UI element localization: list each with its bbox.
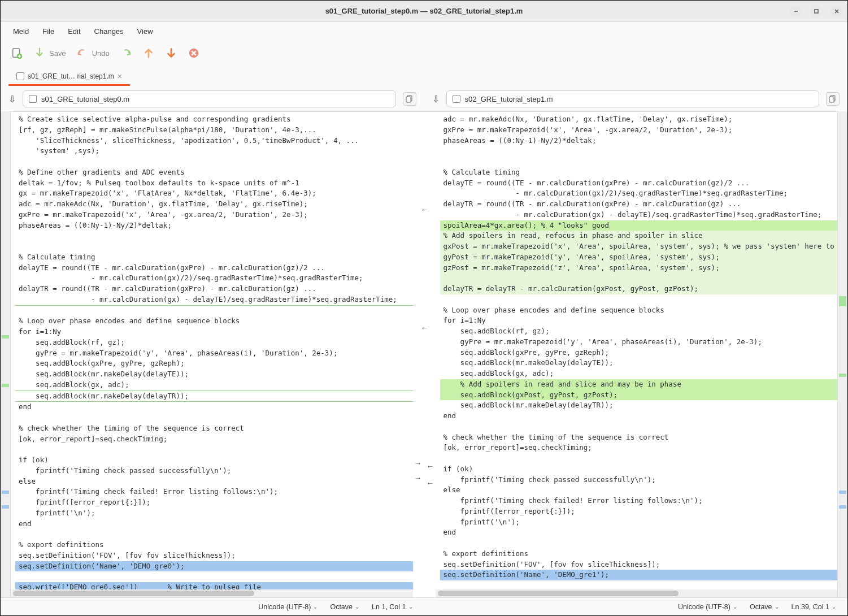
left-code-pane[interactable]: % Create slice selective alpha-pulse and… bbox=[11, 111, 413, 597]
right-encoding-selector[interactable]: Unicode (UTF-8)⌄ bbox=[678, 603, 737, 611]
menu-meld[interactable]: Meld bbox=[7, 25, 34, 38]
code-line[interactable]: seq.addBlock(gxPre, gyPre, gzReph); bbox=[15, 358, 413, 369]
code-line[interactable]: end bbox=[440, 527, 838, 538]
code-line[interactable]: fprintf('Timing check failed! Error list… bbox=[15, 487, 413, 497]
code-line[interactable]: delayTR = round((TR - mr.calcDuration(gx… bbox=[440, 199, 838, 210]
next-change-button[interactable] bbox=[165, 47, 177, 59]
code-line[interactable]: % check whether the timing of the sequen… bbox=[440, 432, 838, 443]
left-copy-button[interactable] bbox=[403, 92, 416, 106]
minimize-button[interactable] bbox=[790, 5, 802, 18]
code-line[interactable]: gyPre = mr.makeTrapezoid('y', 'Area', ph… bbox=[15, 348, 413, 359]
code-line[interactable]: [ok, error_report]=seq.checkTiming; bbox=[440, 443, 838, 453]
code-line[interactable]: spoilArea=4*gx.area(); % 4 "looks" good bbox=[440, 220, 838, 231]
code-line[interactable] bbox=[15, 305, 413, 316]
menu-file[interactable]: File bbox=[37, 25, 60, 38]
menu-view[interactable]: View bbox=[132, 25, 159, 38]
save-button[interactable]: Save bbox=[33, 47, 66, 59]
code-line[interactable]: end bbox=[440, 411, 838, 422]
code-line[interactable] bbox=[440, 422, 838, 432]
left-h-scrollbar[interactable] bbox=[11, 589, 413, 597]
code-line[interactable]: else bbox=[440, 485, 838, 496]
code-line[interactable]: end bbox=[15, 402, 413, 413]
code-line[interactable]: % export definitions bbox=[440, 549, 838, 559]
code-line[interactable]: gxPre = mr.makeTrapezoid('x', 'Area', -g… bbox=[440, 125, 838, 136]
code-line[interactable]: if (ok) bbox=[440, 464, 838, 475]
code-line[interactable]: % export definitions bbox=[15, 540, 413, 550]
code-line[interactable] bbox=[440, 294, 838, 305]
code-line[interactable]: seq.addBlock(gx, adc); bbox=[15, 380, 413, 391]
code-line[interactable]: delayTE = round((TE - mr.calcDuration(gx… bbox=[15, 263, 413, 274]
left-lang-selector[interactable]: Octave⌄ bbox=[330, 603, 359, 611]
code-line[interactable]: for i=1:Ny bbox=[15, 327, 413, 337]
code-line[interactable]: % Add spoilers in read, refocus in phase… bbox=[440, 231, 838, 241]
prev-change-button[interactable] bbox=[142, 47, 155, 59]
code-line[interactable]: gx = mr.makeTrapezoid('x', 'FlatArea', N… bbox=[15, 188, 413, 199]
code-line[interactable]: gyPre = mr.makeTrapezoid('y', 'Area', ph… bbox=[440, 337, 838, 348]
code-line[interactable]: delayTR = delayTR - mr.calcDuration(gxPo… bbox=[440, 284, 838, 294]
right-overview-gutter[interactable] bbox=[837, 111, 847, 597]
menu-changes[interactable]: Changes bbox=[89, 25, 129, 38]
code-line[interactable]: fprintf([error_report{:}]); bbox=[15, 497, 413, 508]
tab-close-button[interactable]: × bbox=[118, 72, 122, 81]
code-line[interactable]: delayTR = round((TR - mr.calcDuration(gx… bbox=[15, 284, 413, 294]
right-copy-button[interactable] bbox=[826, 92, 840, 106]
code-line[interactable] bbox=[440, 453, 838, 464]
code-line[interactable]: phaseAreas = ((0:Ny-1)-Ny/2)*deltak; bbox=[15, 220, 413, 231]
code-line[interactable]: seq.addBlock(gx, adc); bbox=[440, 368, 838, 379]
code-line[interactable]: adc = mr.makeAdc(Nx, 'Duration', gx.flat… bbox=[15, 199, 413, 210]
code-line[interactable]: seq.addBlock(rf, gz); bbox=[440, 326, 838, 337]
code-line[interactable]: [rf, gz, gzReph] = mr.makeSincPulse(alph… bbox=[15, 125, 413, 136]
code-line[interactable]: end bbox=[15, 519, 413, 530]
code-line[interactable]: adc = mr.makeAdc(Nx, 'Duration', gx.flat… bbox=[440, 114, 838, 125]
code-line[interactable]: - mr.calcDuration(gx) - delayTE)/seq.gra… bbox=[440, 210, 838, 220]
menu-edit[interactable]: Edit bbox=[62, 25, 86, 38]
code-line[interactable]: gxPre = mr.makeTrapezoid('x', 'Area', -g… bbox=[15, 210, 413, 220]
code-line[interactable]: fprintf('Timing check passed successfull… bbox=[15, 466, 413, 476]
code-line[interactable]: seq.addBlock(mr.makeDelay(delayTE)); bbox=[440, 358, 838, 368]
code-line[interactable]: % Calculate timing bbox=[440, 167, 838, 178]
code-line[interactable]: seq.setDefinition('FOV', [fov fov sliceT… bbox=[15, 550, 413, 561]
right-file-menu-icon[interactable]: ⇩ bbox=[432, 94, 440, 105]
code-line[interactable]: for i=1:Ny bbox=[440, 315, 838, 326]
code-line[interactable]: gxPost = mr.makeTrapezoid('x', 'Area', s… bbox=[440, 241, 838, 252]
left-overview-gutter[interactable] bbox=[1, 111, 11, 597]
code-line[interactable]: phaseAreas = ((0:Ny-1)-Ny/2)*deltak; bbox=[440, 136, 838, 146]
code-line[interactable]: seq.addBlock(rf, gz); bbox=[15, 337, 413, 348]
code-line[interactable]: fprintf('Timing check failed! Error list… bbox=[440, 496, 838, 506]
left-file-path[interactable]: s01_GRE_tutorial_step0.m bbox=[23, 90, 396, 107]
code-line[interactable]: fprintf('\n'); bbox=[440, 517, 838, 528]
code-line[interactable]: - mr.calcDuration(gx) - delayTE)/seq.gra… bbox=[15, 294, 413, 305]
code-line[interactable] bbox=[15, 571, 413, 582]
right-file-path[interactable]: s02_GRE_tutorial_step1.m bbox=[446, 90, 820, 107]
code-line[interactable]: gzPost = mr.makeTrapezoid('z', 'Area', s… bbox=[440, 263, 838, 274]
right-h-scrollbar[interactable] bbox=[436, 589, 838, 597]
code-line[interactable] bbox=[15, 231, 413, 241]
code-line[interactable]: if (ok) bbox=[15, 455, 413, 466]
maximize-button[interactable] bbox=[810, 5, 823, 18]
code-line[interactable] bbox=[440, 273, 838, 284]
code-line[interactable]: % Add spoilers in read and slice and may… bbox=[440, 379, 838, 390]
close-button[interactable] bbox=[830, 5, 843, 18]
code-line[interactable] bbox=[440, 157, 838, 167]
code-line[interactable]: % Calculate timing bbox=[15, 252, 413, 263]
right-code-pane[interactable]: adc = mr.makeAdc(Nx, 'Duration', gx.flat… bbox=[436, 111, 838, 597]
code-line[interactable]: seq.addBlock(mr.makeDelay(delayTR)); bbox=[15, 391, 413, 402]
code-line[interactable] bbox=[440, 146, 838, 157]
left-cursor-pos[interactable]: Ln 1, Col 1⌄ bbox=[372, 603, 412, 611]
code-line[interactable]: % Loop over phase encodes and define seq… bbox=[15, 316, 413, 327]
right-cursor-pos[interactable]: Ln 39, Col 1⌄ bbox=[792, 603, 836, 611]
code-line[interactable]: % Loop over phase encodes and define seq… bbox=[440, 305, 838, 316]
redo-button[interactable] bbox=[120, 47, 132, 59]
code-line[interactable] bbox=[15, 413, 413, 423]
code-line[interactable]: seq.addBlock(gxPost, gyPost, gzPost); bbox=[440, 390, 838, 401]
code-line[interactable]: deltak = 1/fov; % Pulseq toolbox default… bbox=[15, 178, 413, 189]
code-line[interactable]: - mr.calcDuration(gx)/2)/seq.gradRasterT… bbox=[440, 188, 838, 199]
stop-button[interactable] bbox=[188, 47, 200, 59]
code-line[interactable]: fprintf('Timing check passed successfull… bbox=[440, 475, 838, 485]
code-line[interactable]: 'system' ,sys); bbox=[15, 146, 413, 157]
code-line[interactable]: seq.setDefinition('FOV', [fov fov sliceT… bbox=[440, 559, 838, 570]
code-line[interactable] bbox=[15, 157, 413, 167]
code-line[interactable]: fprintf('\n'); bbox=[15, 508, 413, 519]
code-line[interactable]: seq.addBlock(mr.makeDelay(delayTR)); bbox=[440, 400, 838, 411]
code-line[interactable]: delayTE = round((TE - mr.calcDuration(gx… bbox=[440, 178, 838, 189]
